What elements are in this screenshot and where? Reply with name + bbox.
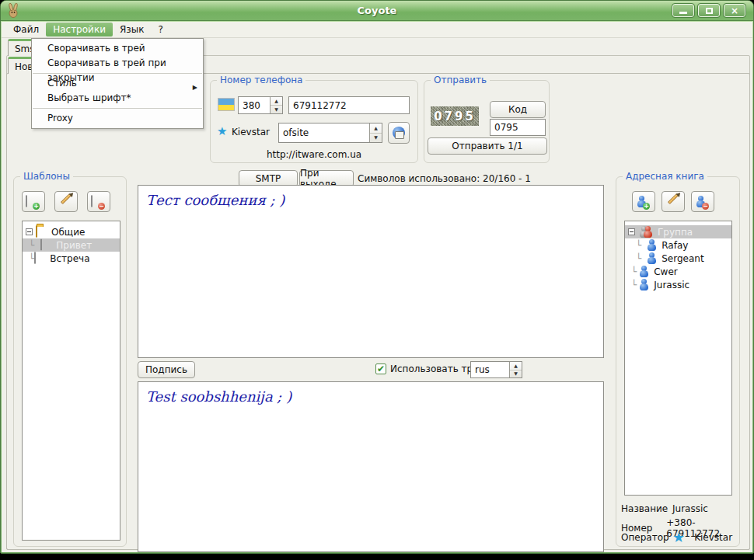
person-icon [646, 239, 658, 252]
templates-group-title: Шаблоны [20, 171, 73, 182]
template-delete-button[interactable]: − [87, 191, 110, 212]
menuitem-tray-on-close[interactable]: Сворачивать в трей при закрытии [32, 56, 203, 71]
folder-icon [36, 226, 48, 238]
maximize-button[interactable] [698, 4, 720, 17]
tree-item-vstrecha[interactable]: └ Встреча [23, 252, 120, 265]
browser-globe-icon [393, 127, 405, 139]
translit-lang-spin-buttons[interactable]: ▲ ▼ [509, 362, 522, 377]
translit-lang-value: rus [471, 363, 509, 377]
contact-delete-button[interactable]: − [691, 191, 714, 212]
captcha-image: 0795 [431, 106, 479, 126]
operator-label: Оператор [621, 532, 672, 543]
template-add-button[interactable]: + [22, 191, 45, 212]
minimize-button[interactable] [672, 4, 694, 17]
phone-number-input[interactable]: 679112772 [288, 96, 410, 114]
pencil-icon [665, 196, 678, 208]
tree-item-rafay[interactable]: └ Rafay [625, 238, 731, 252]
country-code-value: 380 [239, 99, 270, 113]
phone-group-title: Номер телефона [217, 75, 305, 85]
open-website-button[interactable] [388, 122, 410, 144]
group-icon-front [642, 226, 655, 238]
address-book-group: Адресная книга + − Группа └ [616, 176, 740, 547]
minimize-icon [679, 12, 687, 14]
menu-settings[interactable]: Настройки [46, 23, 113, 37]
code-input[interactable]: 0795 [490, 119, 546, 136]
pencil-icon [58, 196, 71, 208]
operator-name-label: Kievstar [232, 127, 270, 137]
spin-up-icon: ▲ [370, 123, 382, 134]
document-icon [40, 239, 53, 252]
spin-up-icon: ▲ [271, 97, 282, 106]
document-icon [34, 252, 47, 265]
templates-group: Шаблоны + − Общие └ Привет [13, 176, 127, 547]
templates-tree: Общие └ Привет └ Встреча [22, 221, 120, 541]
spin-down-icon: ▼ [271, 106, 282, 113]
collapse-icon[interactable] [26, 228, 33, 235]
operator-star-icon: ★ [672, 530, 685, 544]
tree-item-sergeant[interactable]: └ Sergeant [625, 252, 731, 265]
person-icon [638, 266, 651, 278]
translit-lang-combobox[interactable]: rus ▲ ▼ [470, 361, 522, 378]
document-add-icon: + [26, 196, 38, 208]
site-url-link[interactable]: http://itware.com.ua [211, 149, 417, 160]
gateway-combobox[interactable]: ofsite ▲ ▼ [278, 123, 382, 143]
contact-operator-row: Оператор ★ Kievstar [621, 530, 732, 544]
gateway-spin-buttons[interactable]: ▲ ▼ [369, 123, 382, 142]
chars-used-label: Символов использовано: 20/160 - 1 [358, 173, 531, 184]
menuitem-choose-font[interactable]: Выбрать шрифт* [32, 91, 203, 106]
template-edit-button[interactable] [54, 191, 78, 212]
menuitem-tray[interactable]: Сворачивать в трей [32, 41, 203, 56]
menuitem-style[interactable]: Стиль ▶ [32, 76, 203, 91]
contact-edit-button[interactable] [661, 191, 685, 212]
menu-separator [33, 108, 202, 109]
name-value: Jurassic [672, 503, 708, 514]
tree-item-jurassic[interactable]: └ Jurassic [625, 278, 731, 291]
window-title: Coyote [1, 5, 753, 16]
menu-language[interactable]: Язык [113, 23, 151, 37]
send-group: Отправить 0795 Код 0795 Отправить 1/1 [424, 80, 550, 163]
translit-checkbox[interactable]: ✔ [375, 363, 386, 374]
code-button[interactable]: Код [490, 101, 546, 118]
contact-name-row: Название Jurassic [621, 503, 708, 514]
person-add-icon: + [636, 196, 648, 208]
tree-item-gruppa[interactable]: Группа [625, 225, 731, 238]
message-textarea[interactable]: Тест сообщения ; ) [138, 185, 604, 358]
menu-help[interactable]: ? [151, 23, 169, 37]
document-remove-icon: − [91, 196, 103, 208]
person-remove-icon: − [695, 196, 707, 208]
collapse-icon[interactable] [628, 228, 635, 235]
menubar: Файл Настройки Язык ? [2, 22, 752, 38]
settings-dropdown-menu: Сворачивать в трей Сворачивать в трей пр… [31, 38, 204, 129]
tree-item-privet[interactable]: └ Привет [23, 238, 120, 252]
send-button[interactable]: Отправить 1/1 [428, 137, 547, 155]
spin-down-icon: ▼ [510, 370, 522, 378]
client-area: Sms Новое Сворачивать в трей Сворачивать… [2, 38, 752, 552]
spin-down-icon: ▼ [370, 134, 382, 143]
maximize-icon [706, 8, 713, 14]
send-group-title: Отправить [431, 75, 490, 85]
close-icon: × [731, 6, 738, 16]
menuitem-proxy[interactable]: Proxy [32, 111, 203, 126]
signature-button[interactable]: Подпись [138, 361, 195, 378]
translit-textarea[interactable]: Test soobshhenija ; ) [138, 381, 604, 552]
country-code-spinbox[interactable]: 380 ▲ ▼ [238, 96, 283, 114]
operator-star-icon: ★ [217, 126, 227, 137]
app-window: Coyote × Файл Настройки Язык ? Sms Новое… [0, 0, 754, 554]
country-code-spin-buttons[interactable]: ▲ ▼ [270, 97, 282, 113]
name-label: Название [621, 503, 672, 514]
person-icon [638, 279, 651, 291]
operator-value: Kievstar [694, 532, 732, 543]
titlebar[interactable]: Coyote × [1, 1, 753, 21]
contact-add-button[interactable]: + [632, 191, 655, 212]
menu-file[interactable]: Файл [6, 23, 46, 37]
address-book-tree: Группа └ Rafay └ Sergeant └ Cwer [624, 221, 732, 496]
spin-up-icon: ▲ [510, 362, 522, 370]
tree-item-obshchie[interactable]: Общие [23, 225, 120, 238]
address-book-group-title: Адресная книга [623, 171, 707, 182]
tree-item-cwer[interactable]: └ Cwer [625, 265, 731, 278]
close-button[interactable]: × [724, 4, 745, 17]
gateway-value: ofsite [279, 126, 369, 140]
ukraine-flag-icon [218, 98, 235, 111]
person-icon [646, 252, 658, 265]
phone-group: Номер телефона 380 ▲ ▼ 679112772 ★ Kievs… [210, 80, 418, 163]
